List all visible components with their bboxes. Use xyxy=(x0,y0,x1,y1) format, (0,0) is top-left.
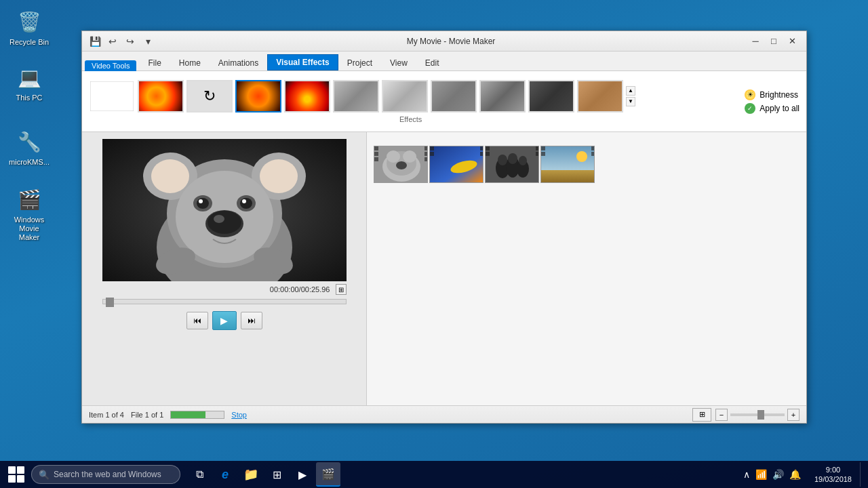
effect-rotate[interactable]: ↻ xyxy=(186,80,233,113)
effect-rotate-preview: ↻ xyxy=(188,81,231,111)
svg-rect-36 xyxy=(430,152,434,156)
effect-grey3[interactable] xyxy=(431,80,477,113)
effect-grey4-preview xyxy=(481,81,524,111)
zoom-slider-thumb[interactable] xyxy=(757,410,764,420)
fit-screen-button[interactable]: ⊞ xyxy=(336,284,347,295)
status-bar: Item 1 of 4 File 1 of 1 Stop ⊞ − + xyxy=(82,405,806,423)
tab-project[interactable]: Project xyxy=(338,54,381,70)
desktop-icon-recycle-bin[interactable]: 🗑️ Recycle Bin xyxy=(5,5,53,49)
system-clock[interactable]: 9:00 19/03/2018 xyxy=(809,465,857,485)
effect-grey4[interactable] xyxy=(479,80,526,113)
effect-warm[interactable] xyxy=(577,80,623,113)
storyboard-area xyxy=(367,132,806,405)
effect-solar[interactable] xyxy=(235,80,281,113)
svg-point-12 xyxy=(214,215,224,223)
zoom-in-button[interactable]: + xyxy=(787,409,800,421)
apply-all-item[interactable]: ✓ Apply to all xyxy=(745,103,800,114)
zoom-out-button[interactable]: − xyxy=(715,409,728,421)
clip-1[interactable] xyxy=(374,146,428,183)
tab-file[interactable]: File xyxy=(139,54,170,70)
svg-rect-54 xyxy=(541,152,545,156)
video-tools-badge: Video Tools xyxy=(85,60,136,71)
stop-button[interactable]: Stop xyxy=(231,411,247,419)
taskbar-search[interactable]: 🔍 Search the web and Windows xyxy=(31,465,180,484)
clip-3-preview xyxy=(486,146,539,183)
desktop-icon-this-pc[interactable]: 💻 This PC xyxy=(5,61,53,105)
minimize-button[interactable]: ─ xyxy=(747,35,764,48)
effect-none[interactable] xyxy=(89,80,135,113)
clip-4[interactable] xyxy=(540,146,595,183)
movie-maker-taskbar-button[interactable]: 🎬 xyxy=(316,462,340,487)
qa-save-button[interactable]: 💾 xyxy=(87,35,102,48)
scroll-up-button[interactable]: ▲ xyxy=(626,86,635,96)
tray-network-icon[interactable]: 📶 xyxy=(755,469,767,480)
svg-point-17 xyxy=(240,198,252,209)
qa-undo-button[interactable]: ↩ xyxy=(105,35,120,48)
tray-volume-icon[interactable]: 🔊 xyxy=(772,469,784,480)
scrubber-thumb[interactable] xyxy=(106,298,114,307)
effect-grey2[interactable] xyxy=(382,80,428,113)
effect-red-solar[interactable] xyxy=(284,80,330,113)
video-time-bar: 00:00:00/00:25.96 ⊞ xyxy=(102,284,347,295)
effects-panel: ↻ xyxy=(89,80,732,123)
svg-rect-35 xyxy=(430,146,434,150)
microksms-label: microKMS... xyxy=(9,158,50,167)
effect-grey1[interactable] xyxy=(333,80,379,113)
koala-video xyxy=(102,139,347,281)
qa-redo-button[interactable]: ↪ xyxy=(123,35,138,48)
effect-dark[interactable] xyxy=(528,80,574,113)
scroll-arrows: ▲ ▼ xyxy=(626,86,635,106)
maximize-button[interactable]: □ xyxy=(765,35,783,48)
tab-home[interactable]: Home xyxy=(170,54,210,70)
media-player-button[interactable]: ▶ xyxy=(290,462,315,487)
zoom-slider[interactable] xyxy=(730,413,785,416)
svg-point-45 xyxy=(519,156,527,165)
rewind-button[interactable]: ⏮ xyxy=(186,312,208,329)
clip-3[interactable] xyxy=(485,146,539,183)
effect-grey1-preview xyxy=(334,81,378,111)
edge-button[interactable]: e xyxy=(213,462,237,487)
scroll-down-button[interactable]: ▼ xyxy=(626,97,635,106)
svg-rect-47 xyxy=(486,152,490,156)
desktop-icon-movie-maker[interactable]: 🎬 Windows Movie Maker xyxy=(5,183,53,245)
desktop-icon-microksms[interactable]: 🔧 microKMS... xyxy=(5,125,53,169)
scrubber-bar[interactable] xyxy=(102,299,347,304)
tab-edit[interactable]: Edit xyxy=(416,54,448,70)
file-explorer-button[interactable]: 📁 xyxy=(239,462,263,487)
qa-dropdown-button[interactable]: ▾ xyxy=(140,35,155,48)
effect-explosion[interactable] xyxy=(138,80,184,113)
svg-point-24 xyxy=(396,161,407,169)
system-tray: ∧ 📶 🔊 🔔 xyxy=(738,469,806,480)
tab-animations[interactable]: Animations xyxy=(210,54,267,70)
svg-rect-27 xyxy=(374,146,378,150)
svg-point-8 xyxy=(260,159,298,193)
clip-2[interactable] xyxy=(429,146,484,183)
movie-maker-desktop-icon: 🎬 xyxy=(16,186,43,213)
store-button[interactable]: ⊞ xyxy=(264,462,289,487)
start-button[interactable] xyxy=(4,462,28,487)
brightness-item[interactable]: ☀ Brightness xyxy=(745,89,800,100)
storyboard-view-button[interactable]: ⊞ xyxy=(692,408,711,422)
play-button[interactable]: ▶ xyxy=(212,311,237,330)
tab-visual-effects[interactable]: Visual Effects xyxy=(267,54,338,70)
playback-controls: ⏮ ▶ ⏭ xyxy=(186,311,262,330)
tab-view[interactable]: View xyxy=(381,54,416,70)
svg-rect-46 xyxy=(486,146,490,150)
effect-warm-preview xyxy=(578,81,622,111)
effect-red-solar-preview xyxy=(285,81,329,111)
clip-1-preview xyxy=(374,146,428,183)
svg-rect-32 xyxy=(425,157,428,161)
close-button[interactable]: ✕ xyxy=(783,35,801,48)
fast-forward-button[interactable]: ⏭ xyxy=(241,312,262,329)
taskbar-icons: ⧉ e 📁 ⊞ ▶ 🎬 xyxy=(187,462,340,487)
clip-2-preview xyxy=(430,146,484,183)
task-view-button[interactable]: ⧉ xyxy=(187,462,212,487)
svg-rect-31 xyxy=(425,152,428,156)
svg-rect-48 xyxy=(536,146,539,150)
tray-up-arrow[interactable]: ∧ xyxy=(743,469,750,480)
tray-notification-icon[interactable]: 🔔 xyxy=(789,469,801,480)
show-desktop-button[interactable] xyxy=(860,462,864,487)
effects-label: Effects xyxy=(89,115,732,123)
search-text: Search the web and Windows xyxy=(54,470,161,479)
status-left: Item 1 of 4 File 1 of 1 Stop xyxy=(89,411,247,419)
